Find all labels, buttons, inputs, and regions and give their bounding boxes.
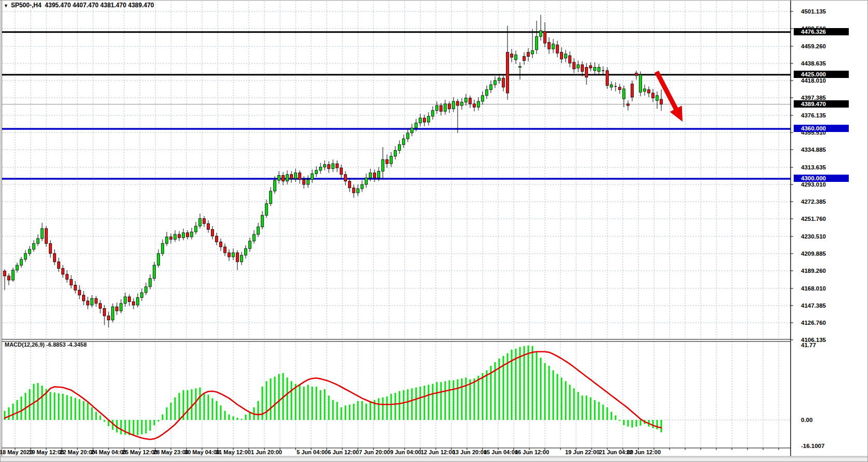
candle-bearish — [556, 45, 559, 53]
support-line-blue[interactable] — [2, 178, 791, 179]
macd-histogram-bar — [615, 415, 617, 420]
candle-bearish — [4, 271, 6, 276]
candle-bearish — [70, 279, 73, 285]
price-level-label-black: 4425.000 — [794, 71, 849, 78]
chart-plot-area[interactable] — [1, 1, 868, 462]
candle-bearish — [635, 73, 638, 76]
candle-bearish — [590, 65, 592, 68]
candle-bullish — [407, 133, 409, 139]
candle-bearish — [303, 179, 305, 184]
macd-histogram-bar — [416, 388, 417, 420]
macd-histogram-bar — [195, 388, 197, 420]
macd-histogram-bar — [337, 402, 338, 420]
candle-bullish — [315, 170, 318, 174]
price-level-label-blue: 4300.000 — [794, 175, 849, 182]
macd-histogram-bar — [465, 377, 467, 420]
resistance-line-black[interactable] — [2, 31, 791, 33]
macd-histogram-bar — [627, 420, 629, 427]
macd-histogram-bar — [278, 374, 280, 420]
macd-histogram-bar — [519, 347, 521, 420]
candle-bullish — [91, 298, 94, 305]
macd-histogram-bar — [603, 405, 604, 420]
price-axis-label: 4459.260 — [797, 43, 849, 50]
candle-bullish — [477, 101, 480, 107]
candle-bearish — [66, 274, 69, 280]
candle-bullish — [24, 254, 27, 259]
macd-histogram-bar — [137, 420, 139, 435]
candle-bullish — [623, 89, 625, 99]
candle-bearish — [440, 105, 443, 111]
price-level-label-blue: 4360.000 — [794, 125, 849, 132]
candle-bearish — [58, 262, 60, 269]
candle-bearish — [132, 302, 135, 305]
chart-title[interactable]: ▼SP500-,H4 4395.470 4407.470 4381.470 43… — [4, 2, 154, 9]
macd-histogram-bar — [208, 394, 209, 420]
candle-bearish — [170, 237, 172, 240]
macd-histogram-bar — [187, 390, 189, 420]
candle-bearish — [652, 93, 655, 98]
support-line-blue[interactable] — [2, 128, 791, 129]
candle-bearish — [573, 62, 576, 69]
price-axis-label: 4126.760 — [797, 319, 849, 326]
macd-histogram-bar — [62, 394, 64, 420]
annotation-arrow-shaft[interactable] — [657, 72, 677, 111]
candle-bullish — [398, 144, 401, 150]
candle-bearish — [290, 175, 293, 179]
macd-histogram-bar — [445, 381, 446, 420]
candle-bullish — [552, 44, 555, 49]
macd-histogram-bar — [145, 420, 147, 433]
macd-histogram-bar — [224, 411, 226, 420]
candle-bullish — [141, 293, 143, 298]
candle-bullish — [174, 234, 177, 240]
macd-histogram-bar — [657, 420, 658, 429]
candle-bearish — [581, 65, 584, 72]
macd-histogram-bar — [482, 373, 484, 420]
time-axis-label: 5 Jun 04:00 — [297, 448, 328, 456]
time-axis-label: 18 May 2023 — [0, 448, 33, 456]
price-level-label-black: 4389.470 — [794, 100, 849, 108]
macd-histogram-bar — [578, 392, 579, 420]
time-axis-label: 12 Jun 12:00 — [421, 448, 455, 456]
price-axis-label: 4168.010 — [797, 285, 849, 292]
macd-histogram-bar — [54, 392, 56, 420]
time-axis-label: 24 May 04:00 — [91, 448, 126, 456]
candle-bullish — [332, 164, 335, 169]
candle-bearish — [544, 32, 546, 43]
candle-bullish — [41, 229, 44, 239]
macd-histogram-bar — [640, 420, 642, 426]
candle-bearish — [220, 242, 222, 247]
candle-bearish — [116, 307, 118, 311]
candle-bearish — [87, 301, 89, 305]
price-axis-label: 4189.260 — [797, 267, 849, 274]
macd-histogram-bar — [632, 420, 633, 428]
trading-chart-window: ▼SP500-,H4 4395.470 4407.470 4381.470 43… — [0, 0, 868, 462]
macd-histogram-bar — [661, 420, 662, 432]
chart-dropdown-icon[interactable]: ▼ — [4, 3, 8, 8]
candle-bullish — [644, 89, 646, 91]
macd-histogram-bar — [158, 420, 159, 421]
macd-histogram-bar — [150, 420, 151, 431]
candle-bearish — [506, 52, 509, 93]
candle-bullish — [598, 67, 600, 71]
macd-histogram-bar — [486, 371, 488, 420]
candle-bearish — [353, 188, 355, 193]
candle-bullish — [540, 31, 542, 36]
candle-bearish — [648, 90, 650, 93]
time-axis-label: 7 Jun 20:00 — [359, 448, 390, 456]
candle-bullish — [432, 111, 434, 116]
macd-axis-label-zero: 0.00 — [797, 416, 849, 424]
candle-bearish — [128, 297, 131, 302]
candle-bearish — [511, 54, 513, 57]
macd-histogram-bar — [366, 404, 367, 420]
time-axis-label: 19 Jun 22:00 — [565, 448, 599, 456]
time-axis-label: 16 Jun 12:00 — [515, 448, 549, 456]
macd-histogram-bar — [83, 401, 85, 420]
macd-histogram-bar — [399, 391, 400, 420]
candle-bearish — [203, 219, 206, 224]
time-axis-label: 22 Jun 12:00 — [626, 448, 661, 456]
resistance-line-black[interactable] — [2, 74, 791, 75]
candle-bearish — [373, 173, 376, 178]
macd-histogram-bar — [170, 403, 172, 420]
candle-bullish — [436, 105, 438, 111]
time-axis-label: 15 Jun 04:00 — [484, 448, 518, 456]
